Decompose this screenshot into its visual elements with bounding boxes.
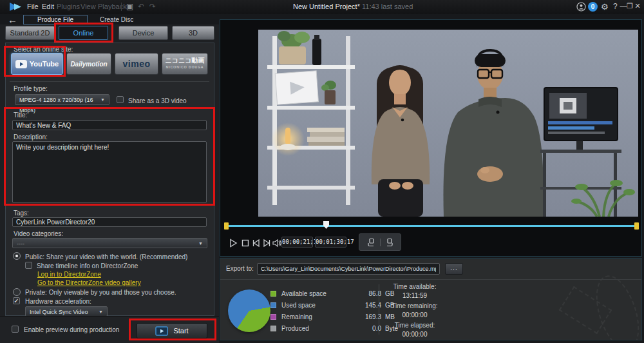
site-vimeo-label: vimeo: [123, 59, 151, 69]
site-vimeo-button[interactable]: vimeo: [115, 53, 158, 75]
settings-gear-icon[interactable]: ⚙: [601, 2, 609, 12]
restore-icon[interactable]: ❐: [626, 2, 634, 10]
previous-frame-button[interactable]: [251, 238, 261, 248]
notification-badge[interactable]: 0: [588, 2, 598, 12]
site-youtube-button[interactable]: YouTube: [11, 53, 63, 75]
video-categories-dropdown[interactable]: ---- ▼: [12, 238, 207, 248]
menu-edit[interactable]: Edit: [42, 3, 54, 10]
menubar-separator: [121, 3, 122, 11]
app-logo-icon: [9, 2, 23, 12]
seek-bar[interactable]: [227, 225, 636, 227]
timecode-current: 00;00;21;18: [281, 237, 313, 248]
time-divider: [379, 284, 379, 335]
description-textarea[interactable]: [12, 141, 207, 203]
share-timeline-checkbox[interactable]: [25, 262, 32, 269]
disk-space-pie-chart: [228, 289, 270, 332]
youtube-logo-icon: [15, 60, 27, 68]
tab-produce-file[interactable]: Produce File: [23, 15, 88, 24]
legend-swatch-remaining: [270, 314, 276, 320]
chevron-down-icon: ▼: [198, 239, 203, 249]
site-niconico-button[interactable]: ニコニコ動画 NICONICO DOUGA: [162, 53, 208, 75]
media-room-icon[interactable]: ▣: [126, 2, 133, 11]
stop-button[interactable]: [240, 238, 251, 248]
next-frame-button[interactable]: [261, 238, 272, 248]
profile-type-label: Profile type:: [14, 85, 48, 92]
last-saved-text: 11:43 last saved: [362, 3, 413, 10]
mark-in-icon[interactable]: [367, 238, 376, 247]
site-niconico-label: ニコニコ動画: [166, 57, 205, 64]
close-icon[interactable]: ✕: [634, 2, 641, 10]
production-footer: Enable preview during production Start: [0, 316, 219, 343]
login-directorzone-link[interactable]: Log in to DirectorZone: [37, 271, 101, 278]
video-title-label: Title:: [14, 112, 27, 119]
preview-video: [258, 30, 638, 217]
chevron-down-icon: ▼: [100, 95, 105, 105]
time-available-value: 13:11:59: [383, 292, 447, 299]
volume-button[interactable]: [272, 238, 282, 248]
timecode-total: 00;01;30;17: [315, 237, 346, 248]
hardware-acceleration-dropdown[interactable]: Intel Quick Sync Video ▼: [25, 306, 108, 317]
menu-file[interactable]: File: [27, 3, 39, 10]
tags-label: Tags:: [14, 210, 29, 217]
mark-out-handle[interactable]: [634, 222, 639, 230]
project-title: New Untitled Project* 11:43 last saved: [293, 3, 413, 10]
powerdirector-produce-window: File Edit Plugins View Playback ▣ ↶ ↷ Ne…: [0, 0, 644, 343]
legend-swatch-used: [270, 302, 276, 308]
enable-preview-label: Enable preview during production: [24, 326, 119, 333]
section-divider: [10, 81, 209, 82]
menu-playback: Playback: [98, 3, 127, 10]
video-title-input[interactable]: [12, 120, 207, 130]
tab-online[interactable]: Online: [59, 26, 108, 40]
private-radio[interactable]: [13, 288, 21, 296]
tab-3d[interactable]: 3D: [172, 26, 214, 40]
playhead-handle[interactable]: [323, 221, 329, 229]
produce-settings-panel: Standard 2D Online Device 3D Select an o…: [0, 24, 219, 343]
export-destination-row: Export to: ...: [220, 259, 642, 280]
enable-preview-checkbox[interactable]: [12, 326, 19, 333]
tab-device[interactable]: Device: [118, 26, 168, 40]
mark-buttons-divider: [380, 239, 381, 246]
site-niconico-sublabel: NICONICO DOUGA: [166, 64, 204, 70]
hardware-acceleration-checkbox[interactable]: ✓: [13, 297, 20, 304]
time-remaining-value: 00:00:00: [383, 311, 447, 318]
account-icon[interactable]: [576, 2, 586, 12]
share-3d-checkbox[interactable]: [117, 96, 124, 103]
time-elapsed-label: Time elapsed:: [383, 322, 447, 329]
site-dailymotion-button[interactable]: Dailymotion: [66, 53, 111, 75]
tab-create-disc[interactable]: Create Disc: [100, 16, 133, 23]
mark-out-icon[interactable]: [384, 238, 393, 247]
tags-input[interactable]: [12, 217, 207, 227]
start-button[interactable]: Start: [137, 323, 207, 338]
redo-icon[interactable]: ↷: [149, 2, 156, 11]
menu-view: View: [80, 3, 96, 10]
video-categories-label: Video categories:: [14, 230, 63, 237]
time-available-label: Time available:: [383, 283, 447, 290]
export-to-label: Export to:: [226, 265, 254, 272]
select-site-label: Select an online site:: [14, 46, 73, 53]
profile-type-dropdown[interactable]: MPEG-4 1280 x 720/30p (16 Mbps) ▼: [15, 94, 109, 105]
menubar: File Edit Plugins View Playback ▣ ↶ ↷ Ne…: [0, 0, 644, 14]
back-arrow-icon[interactable]: ←: [8, 15, 17, 24]
time-elapsed-value: 00:00:00: [383, 331, 447, 338]
preview-panel: 00;00;21;18 00;01;30;17: [220, 19, 642, 257]
time-remaining-label: Time remaining:: [383, 302, 447, 309]
undo-icon[interactable]: ↶: [138, 2, 144, 11]
description-label: Description:: [14, 133, 48, 141]
tab-standard-2d[interactable]: Standard 2D: [5, 26, 55, 40]
hardware-acceleration-label: Hardware acceleration:: [25, 298, 91, 305]
produce-screen-icon: [155, 326, 168, 336]
legend-swatch-available: [270, 291, 276, 297]
export-path-input[interactable]: [257, 263, 440, 275]
public-label: Public: Share your video with the world.…: [25, 253, 187, 260]
menu-plugins: Plugins: [57, 3, 80, 10]
online-form: Select an online site: YouTube Dailymoti…: [5, 43, 214, 316]
legend-swatch-produced: [270, 326, 276, 331]
help-icon[interactable]: ?: [613, 2, 618, 11]
directorzone-gallery-link[interactable]: Go to the DirectorZone video gallery: [37, 279, 141, 286]
site-dailymotion-label: Dailymotion: [70, 61, 107, 68]
public-radio[interactable]: [13, 252, 21, 260]
play-button[interactable]: [228, 238, 238, 248]
browse-button[interactable]: ...: [445, 263, 463, 275]
share-timeline-label: Share timeline info on DirectorZone: [37, 262, 138, 270]
mark-in-handle[interactable]: [224, 222, 229, 230]
